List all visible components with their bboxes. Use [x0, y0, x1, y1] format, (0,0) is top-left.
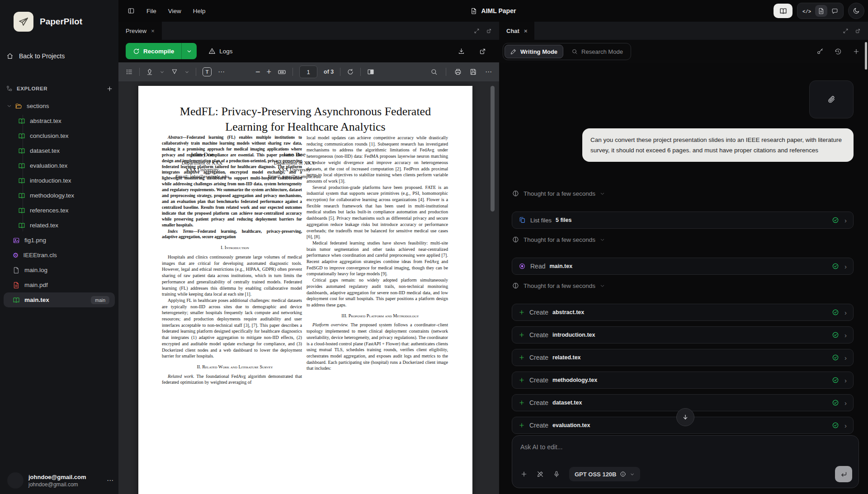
tool-call-list-files[interactable]: List files 5 files ›	[512, 212, 854, 229]
thumbnails-icon[interactable]	[126, 68, 133, 75]
rotate-icon[interactable]	[347, 68, 354, 75]
send-button[interactable]	[835, 466, 852, 482]
tool-target: related.tex	[552, 354, 581, 361]
research-mode-button[interactable]: Research Mode	[565, 45, 629, 58]
add-attachment-icon[interactable]	[520, 470, 528, 478]
thought-row[interactable]: Thought for a few seconds	[512, 280, 854, 291]
tool-target: methodology.tex	[552, 377, 597, 383]
chevron-down-icon	[599, 237, 605, 243]
scroll-to-bottom-button[interactable]	[676, 408, 694, 426]
chat-view-icon[interactable]	[829, 7, 840, 15]
zoom-out-icon[interactable]: −	[255, 67, 260, 77]
code-view-icon[interactable]	[800, 7, 813, 15]
document-view-icon[interactable]	[815, 5, 827, 17]
sidebar-toggle-icon[interactable]	[127, 7, 135, 14]
tool-call-create[interactable]: Create methodology.tex ›	[512, 372, 854, 389]
back-to-projects-button[interactable]: Back to Projects	[6, 52, 118, 60]
menu-help[interactable]: Help	[193, 8, 206, 14]
tool-target: evaluation.tex	[552, 422, 590, 428]
back-to-projects-label: Back to Projects	[19, 52, 65, 60]
api-key-icon[interactable]	[816, 48, 824, 55]
tree-file[interactable]: IEEEtran.cls	[0, 248, 118, 263]
print-icon[interactable]	[454, 68, 462, 75]
open-external-icon[interactable]	[486, 28, 492, 34]
tree-file[interactable]: abstract.tex	[0, 113, 118, 128]
two-page-view-icon[interactable]	[367, 68, 374, 75]
thought-row[interactable]: Thought for a few seconds	[512, 188, 854, 199]
open-external-icon[interactable]	[479, 47, 486, 55]
file-name: methodology.tex	[30, 192, 74, 199]
page-number-input[interactable]	[299, 66, 317, 78]
pdf-canvas: MedFL: Privacy-Preserving Asynchronous F…	[118, 81, 499, 494]
microphone-icon[interactable]	[553, 470, 560, 478]
plus-icon	[519, 309, 525, 315]
file-icon	[13, 267, 20, 274]
open-external-icon[interactable]	[855, 28, 861, 34]
freehand-pen-icon[interactable]	[171, 68, 178, 75]
history-icon[interactable]	[835, 48, 842, 55]
user-account[interactable]: johndoe@gmail.com johndoe@gmail.com	[7, 472, 114, 489]
tree-file[interactable]: evaluation.tex	[0, 158, 118, 173]
tool-action: Create	[529, 309, 548, 316]
more-options-icon[interactable]	[485, 68, 492, 76]
add-file-icon[interactable]	[106, 85, 113, 92]
chevron-down-icon[interactable]	[184, 70, 189, 75]
tab-preview[interactable]: Preview ×	[118, 22, 162, 40]
tree-file[interactable]: references.tex	[0, 203, 118, 218]
reader-view-button[interactable]	[774, 4, 793, 18]
tab-chat[interactable]: Chat ×	[499, 22, 534, 40]
tool-call-create[interactable]: Create introduction.tex ›	[512, 326, 854, 343]
highlight-pen-icon[interactable]	[146, 68, 153, 75]
attachment-card[interactable]	[809, 80, 854, 118]
tree-file[interactable]: fig1.png	[0, 233, 118, 248]
chevron-down-icon[interactable]	[160, 70, 165, 75]
zoom-in-icon[interactable]: +	[267, 67, 272, 77]
tree-file[interactable]: dataset.tex	[0, 143, 118, 158]
writing-mode-button[interactable]: Writing Mode	[505, 45, 563, 58]
tool-call-read[interactable]: Read main.tex ›	[512, 258, 854, 275]
new-chat-icon[interactable]	[853, 48, 860, 55]
folder-icon	[15, 103, 22, 110]
chevron-right-icon: ›	[844, 309, 847, 316]
model-selector[interactable]: GPT OSS 120B	[569, 467, 640, 481]
chevron-right-icon: ›	[844, 422, 847, 429]
tree-file-selected[interactable]: main.tex main	[4, 292, 115, 307]
thought-row[interactable]: Thought for a few seconds	[512, 234, 854, 245]
close-icon[interactable]: ×	[151, 28, 155, 34]
page-count-label: of 3	[324, 69, 334, 75]
text-tool-icon[interactable]	[203, 67, 212, 76]
pen-off-icon[interactable]	[537, 470, 544, 478]
tree-file[interactable]: main.log	[0, 263, 118, 278]
expand-icon[interactable]	[474, 28, 480, 34]
tree-file[interactable]: conclusion.tex	[0, 128, 118, 143]
chat-input[interactable]	[520, 443, 751, 451]
tree-folder-sections[interactable]: sections	[0, 99, 118, 113]
theme-toggle-button[interactable]	[848, 3, 864, 19]
tree-file[interactable]: related.tex	[0, 218, 118, 233]
chevron-down-icon	[599, 283, 605, 289]
user-menu-icon[interactable]	[107, 476, 114, 485]
plus-icon	[519, 422, 525, 428]
tree-file[interactable]: introduction.tex	[0, 173, 118, 188]
tree-file[interactable]: main.pdf	[0, 278, 118, 292]
fit-width-icon[interactable]	[278, 68, 286, 76]
tab-preview-label: Preview	[126, 28, 146, 34]
recompile-button[interactable]: Recompile	[126, 43, 197, 59]
logs-button[interactable]: Logs	[208, 47, 232, 55]
tool-call-create[interactable]: Create related.tex ›	[512, 349, 854, 366]
expand-icon[interactable]	[843, 28, 849, 34]
chat-scrollbar[interactable]	[865, 42, 867, 70]
tree-file[interactable]: methodology.tex	[0, 188, 118, 203]
save-icon[interactable]	[470, 68, 477, 75]
menu-view[interactable]: View	[168, 8, 181, 14]
download-icon[interactable]	[458, 47, 465, 55]
menu-file[interactable]: File	[146, 8, 156, 14]
more-tools-icon[interactable]	[218, 68, 225, 76]
app-brand: PaperPilot	[0, 0, 118, 32]
pdf-scrollbar[interactable]	[491, 86, 495, 212]
close-icon[interactable]: ×	[524, 28, 528, 34]
mode-switcher: Writing Mode Research Mode	[503, 43, 631, 60]
tool-call-create[interactable]: Create abstract.tex ›	[512, 304, 854, 321]
search-icon[interactable]	[430, 68, 438, 75]
recompile-options-button[interactable]	[181, 43, 197, 59]
